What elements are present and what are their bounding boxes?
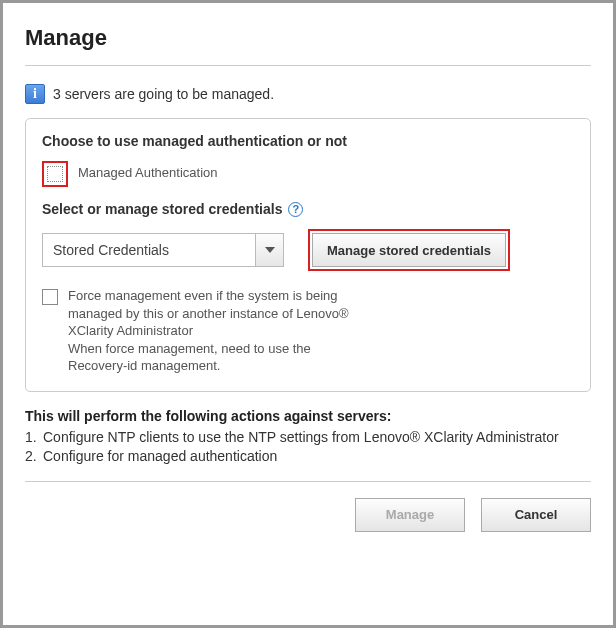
force-text-block: Force management even if the system is b… (68, 287, 368, 375)
dialog-footer: Manage Cancel (25, 498, 591, 532)
manage-dialog: Manage i 3 servers are going to be manag… (0, 0, 616, 628)
manage-stored-credentials-button[interactable]: Manage stored credentials (312, 233, 506, 267)
actions-list: 1.Configure NTP clients to use the NTP s… (25, 428, 591, 467)
info-icon: i (25, 84, 45, 104)
divider (25, 65, 591, 66)
list-item: 1.Configure NTP clients to use the NTP s… (25, 428, 591, 448)
chevron-down-icon (255, 234, 283, 266)
managed-auth-checkbox[interactable] (47, 166, 63, 182)
auth-heading: Choose to use managed authentication or … (42, 133, 574, 149)
force-label: Force management even if the system is b… (68, 288, 349, 338)
cancel-button[interactable]: Cancel (481, 498, 591, 532)
manage-cred-highlight: Manage stored credentials (308, 229, 510, 271)
auth-panel: Choose to use managed authentication or … (25, 118, 591, 392)
cred-heading: Select or manage stored credentials (42, 201, 282, 217)
managed-auth-highlight (42, 161, 68, 187)
info-text: 3 servers are going to be managed. (53, 86, 274, 102)
force-management-checkbox[interactable] (42, 289, 58, 305)
managed-auth-label: Managed Authentication (78, 161, 218, 180)
cred-heading-row: Select or manage stored credentials ? (42, 201, 574, 217)
list-item: 2.Configure for managed authentication (25, 447, 591, 467)
info-row: i 3 servers are going to be managed. (25, 84, 591, 104)
force-sub: When force management, need to use the R… (68, 341, 311, 374)
actions-heading: This will perform the following actions … (25, 408, 591, 424)
stored-credentials-dropdown[interactable]: Stored Credentials (42, 233, 284, 267)
managed-auth-row: Managed Authentication (42, 161, 574, 187)
manage-button[interactable]: Manage (355, 498, 465, 532)
divider (25, 481, 591, 482)
dropdown-selected-text: Stored Credentials (43, 234, 255, 266)
cred-row: Stored Credentials Manage stored credent… (42, 229, 574, 271)
force-row: Force management even if the system is b… (42, 287, 574, 375)
dialog-title: Manage (25, 25, 591, 51)
help-icon[interactable]: ? (288, 202, 303, 217)
